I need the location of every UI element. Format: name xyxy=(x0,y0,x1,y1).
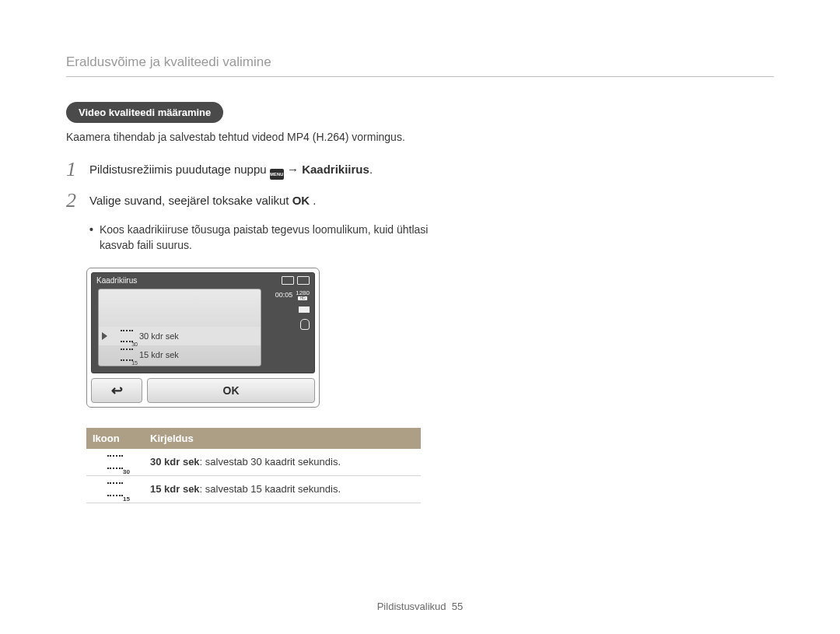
ok-icon: OK xyxy=(292,194,310,207)
film-icon xyxy=(299,305,310,314)
steps-list: 1 Pildistusrežiimis puudutage nuppu MENU… xyxy=(66,159,471,503)
row-rest: : salvestab 30 kaadrit sekundis. xyxy=(200,456,341,468)
step-number: 2 xyxy=(66,191,80,211)
camera-screenshot: Kaadrikiirus 00:05 1280 HD xyxy=(86,268,320,408)
option-15fps[interactable]: 15 15 kdr sek xyxy=(99,345,261,364)
table-header: Ikoon Kirjeldus xyxy=(86,428,421,449)
step-text: Valige suvand, seejärel toksake valikut … xyxy=(89,191,317,207)
manual-page: Eraldusvõime ja kvaliteedi valimine Vide… xyxy=(0,0,840,634)
step-text: Pildistusrežiimis puudutage nuppu MENU →… xyxy=(89,159,373,180)
section-title: Eraldusvõime ja kvaliteedi valimine xyxy=(66,54,774,77)
film-icon: 15 xyxy=(121,349,133,361)
step1-pre: Pildistusrežiimis puudutage nuppu xyxy=(89,163,270,176)
page-footer: Pildistusvalikud 55 xyxy=(0,601,840,612)
film-subscript: 30 xyxy=(123,468,130,475)
lcd-right-column: 00:05 1280 HD xyxy=(275,290,310,330)
film-subscript: 15 xyxy=(131,360,138,366)
storage-icon xyxy=(297,276,310,285)
back-button[interactable]: ↩ xyxy=(91,378,142,403)
lcd-title: Kaadrikiirus xyxy=(96,276,137,285)
ok-button[interactable]: OK xyxy=(147,378,315,403)
selected-marker-icon xyxy=(102,332,107,340)
row-description: 15 kdr sek: salvestab 15 kaadrit sekundi… xyxy=(144,477,421,501)
microphone-icon xyxy=(300,319,310,330)
step-number: 1 xyxy=(66,159,80,180)
topic-pill: Video kvaliteedi määramine xyxy=(66,102,223,123)
footer-label: Pildistusvalikud xyxy=(377,601,446,612)
step-2: 2 Valige suvand, seejärel toksake valiku… xyxy=(66,191,471,211)
row-rest: : salvestab 15 kaadrit sekundis. xyxy=(200,483,341,495)
lcd-button-bar: ↩ OK xyxy=(91,378,315,403)
info-bullet: • Koos kaadrikiiruse tõusuga paistab teg… xyxy=(89,222,447,254)
header-description: Kirjeldus xyxy=(144,428,421,449)
framerate-table: Ikoon Kirjeldus 30 30 kdr sek: salvestab… xyxy=(86,428,421,503)
footer-page-number: 55 xyxy=(452,601,463,612)
preview-panel: 30 30 kdr sek 15 15 kdr sek xyxy=(98,289,261,366)
row-bold: 15 kdr sek xyxy=(150,483,200,495)
table-row: 30 30 kdr sek: salvestab 30 kaadrit seku… xyxy=(86,449,421,476)
option-label: 30 kdr sek xyxy=(139,331,179,341)
hd-label: HD xyxy=(298,296,306,300)
film-subscript: 15 xyxy=(123,496,130,503)
film-icon: 15 xyxy=(107,482,123,496)
table-row: 15 15 kdr sek: salvestab 15 kaadrit seku… xyxy=(86,476,421,503)
row-bold: 30 kdr sek xyxy=(150,456,200,468)
intro-paragraph: Kaamera tihendab ja salvestab tehtud vid… xyxy=(66,129,408,145)
bullet-text: Koos kaadrikiiruse tõusuga paistab tegev… xyxy=(100,222,447,254)
lcd-time: 00:05 xyxy=(275,291,293,299)
step1-arrow: → xyxy=(287,163,302,176)
film-icon: 30 xyxy=(121,330,133,342)
lcd-screen: Kaadrikiirus 00:05 1280 HD xyxy=(91,272,315,373)
resolution-badge: 1280 HD xyxy=(296,290,310,300)
step1-post: . xyxy=(369,163,373,176)
option-label: 15 kdr sek xyxy=(139,350,179,359)
row-description: 30 kdr sek: salvestab 30 kaadrit sekundi… xyxy=(144,450,421,474)
film-icon: 30 xyxy=(107,455,123,469)
bullet-marker: • xyxy=(89,222,93,254)
header-icon: Ikoon xyxy=(86,428,144,449)
step-1: 1 Pildistusrežiimis puudutage nuppu MENU… xyxy=(66,159,471,180)
battery-icon xyxy=(282,276,294,285)
step2-post: . xyxy=(310,194,316,207)
lcd-status-bar xyxy=(282,276,310,285)
step2-pre: Valige suvand, seejärel toksake valikut xyxy=(89,194,292,207)
menu-icon: MENU xyxy=(270,169,284,180)
option-30fps[interactable]: 30 30 kdr sek xyxy=(99,327,261,345)
step1-bold: Kaadrikiirus xyxy=(302,163,369,176)
